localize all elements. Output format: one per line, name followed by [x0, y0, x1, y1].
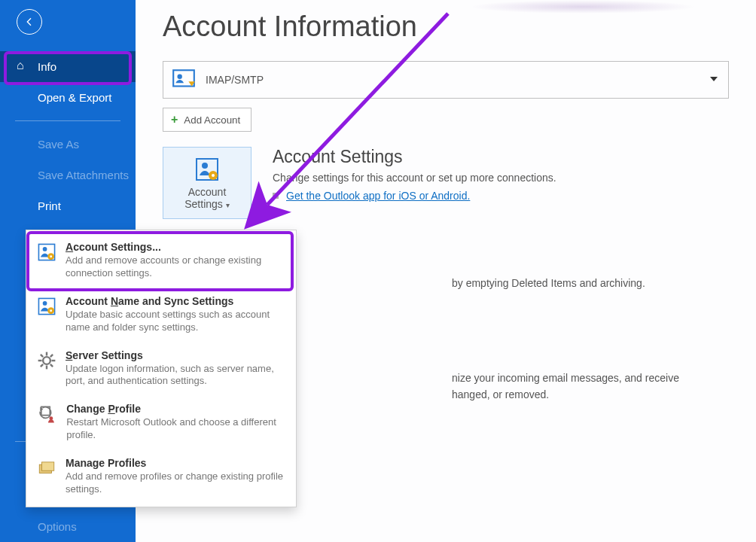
- gear-icon: [37, 349, 56, 388]
- page-title: Account Information: [163, 11, 729, 43]
- bullet-icon: [273, 193, 279, 199]
- menu-item-manage-profiles[interactable]: Manage Profiles Add and remove profiles …: [26, 449, 296, 504]
- mailbox-settings-tail: by emptying Deleted Items and archiving.: [452, 277, 645, 289]
- back-button[interactable]: [17, 9, 42, 35]
- menu-item-title: Change Profile: [66, 403, 285, 415]
- account-type-label: IMAP/SMTP: [206, 74, 264, 86]
- menu-item-desc: Add and remove profiles or change existi…: [66, 470, 285, 496]
- account-settings-dropdown-button[interactable]: Account Settings ▾: [163, 147, 251, 219]
- menu-item-name-sync[interactable]: Account Name and Sync Settings Update ba…: [26, 288, 296, 342]
- rules-alerts-tail2: hanged, or removed.: [452, 388, 549, 400]
- name-sync-icon: [37, 295, 56, 334]
- svg-point-15: [43, 357, 50, 364]
- svg-line-21: [50, 364, 53, 366]
- svg-point-1: [178, 75, 182, 79]
- svg-point-4: [202, 163, 208, 169]
- svg-line-20: [41, 354, 43, 356]
- menu-item-desc: Update logon information, such as server…: [66, 363, 285, 388]
- account-settings-icon: [37, 241, 56, 280]
- rules-alerts-tail1: nize your incoming email messages, and r…: [452, 372, 679, 384]
- plus-icon: +: [171, 113, 178, 126]
- account-settings-button-label: Account Settings ▾: [184, 186, 229, 210]
- menu-item-server-settings[interactable]: Server Settings Update logon information…: [26, 342, 296, 396]
- menu-item-title: Account Settings...: [66, 241, 285, 253]
- add-account-label: Add Account: [184, 114, 240, 126]
- change-profile-icon: [37, 403, 57, 442]
- add-account-button[interactable]: + Add Account: [163, 108, 251, 132]
- sidebar-separator: [15, 120, 120, 121]
- account-settings-menu: Account Settings... Add and remove accou…: [26, 230, 297, 507]
- svg-point-14: [50, 309, 52, 312]
- sidebar-item-save-as: Save As: [0, 129, 136, 160]
- sidebar-item-options[interactable]: Options: [0, 511, 136, 542]
- menu-item-title: Manage Profiles: [66, 457, 285, 469]
- svg-point-8: [43, 247, 47, 251]
- menu-item-desc: Update basic account settings such as ac…: [66, 309, 285, 334]
- svg-point-6: [212, 174, 215, 177]
- account-settings-heading: Account Settings: [273, 147, 556, 167]
- svg-point-12: [43, 301, 47, 306]
- svg-line-22: [41, 364, 43, 366]
- menu-item-account-settings[interactable]: Account Settings... Add and remove accou…: [26, 233, 296, 288]
- menu-item-change-profile[interactable]: Change Profile Restart Microsoft Outlook…: [26, 395, 296, 449]
- sidebar-item-open-export[interactable]: Open & Export: [0, 82, 136, 113]
- account-selector[interactable]: IMAP/SMTP: [163, 61, 729, 99]
- outlook-mobile-link[interactable]: Get the Outlook app for iOS or Android.: [286, 190, 470, 202]
- svg-line-23: [50, 354, 53, 356]
- account-settings-icon: [194, 156, 221, 183]
- svg-point-10: [50, 255, 52, 257]
- sidebar-item-print[interactable]: Print: [0, 190, 136, 221]
- menu-item-title: Server Settings: [66, 349, 285, 361]
- sidebar-item-save-attachments: Save Attachments: [0, 160, 136, 190]
- account-icon: [171, 69, 197, 91]
- svg-rect-27: [42, 462, 54, 470]
- menu-item-title: Account Name and Sync Settings: [66, 295, 285, 307]
- chevron-down-icon: [710, 77, 718, 81]
- account-settings-info: Account Settings Change settings for thi…: [273, 147, 556, 202]
- sidebar-item-info[interactable]: Info: [0, 51, 136, 82]
- menu-item-desc: Add and remove accounts or change existi…: [66, 254, 285, 280]
- menu-item-desc: Restart Microsoft Outlook and choose a d…: [66, 416, 285, 442]
- manage-profiles-icon: [37, 457, 56, 496]
- account-settings-subtitle: Change settings for this account or set …: [273, 172, 556, 184]
